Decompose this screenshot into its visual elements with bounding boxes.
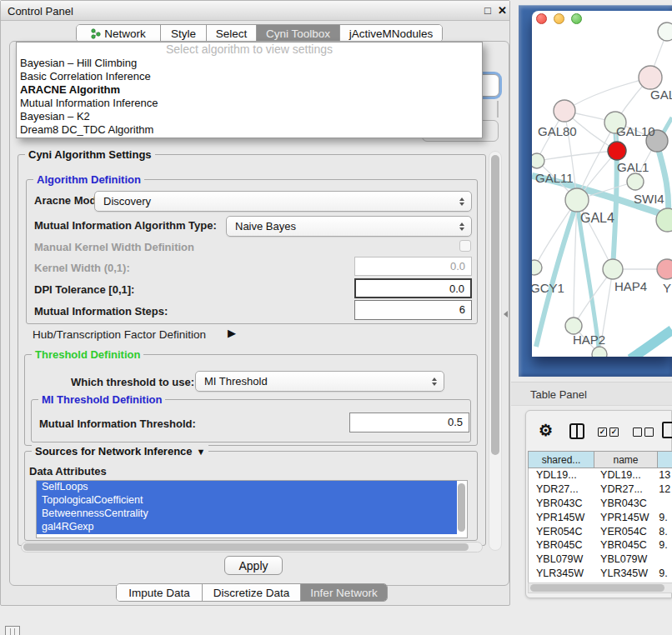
node-hap2[interactable]: [565, 318, 582, 334]
float-window-icon[interactable]: □: [484, 4, 491, 17]
node-bottom[interactable]: [592, 347, 607, 357]
dropdown-item-mutual-information[interactable]: Mutual Information Inference: [17, 97, 482, 110]
network-view-frame[interactable]: GAL GAL80 GAL10 GAL1 GAL11 SWI4 GAL4 GCY…: [519, 5, 672, 377]
columns-icon[interactable]: [569, 423, 584, 439]
table-header-row: shared... name: [528, 451, 672, 468]
tab-select[interactable]: Select: [206, 25, 256, 42]
node-gal4[interactable]: [565, 188, 589, 212]
node-gcy1[interactable]: [532, 260, 542, 275]
control-panel-window: Control Panel □ ✕ Network Style Select C…: [0, 0, 510, 606]
mi-algorithm-type-label: Mutual Information Algorithm Type:: [34, 219, 217, 232]
network-canvas[interactable]: GAL GAL80 GAL10 GAL1 GAL11 SWI4 GAL4 GCY…: [532, 11, 672, 357]
settings-hscrollbar[interactable]: [21, 542, 483, 552]
which-threshold-combo[interactable]: MI Threshold: [195, 371, 444, 392]
tab-jactivemnodules[interactable]: jActiveMNodules: [339, 25, 442, 42]
tab-network-label: Network: [104, 28, 146, 40]
manual-kernel-width-label: Manual Kernel Width Definition: [34, 241, 194, 253]
cyni-algorithm-settings-title: Cyni Algorithm Settings: [25, 148, 155, 161]
apply-button[interactable]: Apply: [224, 556, 283, 575]
label-gcy1: GCY1: [532, 281, 564, 295]
label-gal80: GAL80: [538, 124, 577, 138]
mi-algorithm-type-value: Naive Bayes: [235, 220, 296, 232]
table-row: YDR27...YDR27...12: [529, 482, 672, 497]
tab-cyni-toolbox[interactable]: Cyni Toolbox: [256, 25, 339, 42]
combo-arrows-icon: [459, 198, 464, 206]
label-hap2: HAP2: [573, 332, 605, 347]
node-labels: GAL GAL80 GAL10 GAL1 GAL11 SWI4 GAL4 GCY…: [532, 88, 672, 347]
deselect-box-icon[interactable]: [633, 428, 642, 437]
label-hap4: HAP4: [614, 279, 647, 293]
close-icon[interactable]: ✕: [498, 4, 507, 17]
table-row: YLR345WYLR345W9.: [529, 567, 672, 581]
sources-collapse-arrow-icon[interactable]: ▼: [197, 447, 206, 457]
kernel-width-label: Kernel Width (0,1):: [34, 262, 130, 274]
network-window: GAL GAL80 GAL10 GAL1 GAL11 SWI4 GAL4 GCY…: [532, 11, 672, 357]
node-swi4[interactable]: [627, 173, 644, 190]
node-top-partial[interactable]: [658, 22, 672, 41]
list-item-gal4rgexp[interactable]: gal4RGexp: [37, 521, 457, 534]
combo-arrows-icon: [432, 378, 437, 386]
node-y-partial[interactable]: [657, 259, 672, 279]
mi-steps-label: Mutual Information Steps:: [34, 305, 168, 318]
dropdown-item-bayesian-k2[interactable]: Bayesian – K2: [17, 110, 482, 123]
manual-kernel-width-checkbox[interactable]: [459, 240, 471, 252]
column-header-name[interactable]: name: [594, 452, 658, 468]
tab-impute-data[interactable]: Impute Data: [117, 584, 202, 601]
mi-steps-field[interactable]: 6: [354, 300, 472, 320]
table-row: YER054CYER054C8.: [529, 524, 672, 538]
column-header-shared-name[interactable]: shared...: [529, 452, 594, 468]
data-attributes-list[interactable]: SelfLoops TopologicalCoefficient Between…: [36, 480, 468, 538]
settings-hscrollbar-thumb[interactable]: [23, 543, 469, 551]
settings-vscrollbar-thumb[interactable]: [491, 155, 499, 455]
dropdown-item-bayesian-hill[interactable]: Bayesian – Hill Climbing: [17, 57, 482, 70]
list-item-betweennesscentrality[interactable]: BetweennessCentrality: [37, 508, 457, 521]
node-hap4[interactable]: [603, 259, 623, 279]
dropdown-item-basic-correlation[interactable]: Basic Correlation Inference: [17, 70, 482, 83]
dpi-tolerance-field[interactable]: 0.0: [354, 278, 472, 298]
node-gal1[interactable]: [608, 142, 626, 160]
label-gal4: GAL4: [580, 211, 614, 225]
list-item-selfloops[interactable]: SelfLoops: [37, 481, 457, 494]
table-panel-titlebar: Table Panel: [511, 382, 672, 406]
select-all-check-icon[interactable]: ✓: [598, 428, 607, 437]
mi-threshold-definition-title: MI Threshold Definition: [38, 393, 165, 406]
data-attributes-label: Data Attributes: [29, 465, 107, 478]
list-item-topologicalcoefficient[interactable]: TopologicalCoefficient: [37, 494, 457, 508]
tab-network[interactable]: Network: [77, 25, 160, 42]
settings-vscrollbar[interactable]: [489, 151, 502, 551]
hidden-group-edge: [497, 101, 499, 118]
table-body[interactable]: YDL19...YDL19...13 YDR27...YDR27...12 YB…: [528, 468, 672, 582]
mi-algorithm-type-combo[interactable]: Naive Bayes: [226, 216, 472, 237]
table-panel: ⚙ ✓ ✓ shared... name YDL19...YDL19...13 …: [525, 410, 672, 598]
list-scrollbar-thumb[interactable]: [458, 483, 465, 532]
mi-threshold-field[interactable]: 0.5: [349, 412, 469, 432]
kernel-width-field[interactable]: 0.0: [354, 257, 472, 276]
export-table-icon[interactable]: [662, 422, 672, 438]
table-row: YBL079WYBL079W: [529, 552, 672, 567]
dropdown-item-aracne[interactable]: ARACNE Algorithm: [17, 83, 482, 97]
deselect-box2-icon[interactable]: [644, 428, 654, 437]
table-hscrollbar-thumb[interactable]: [530, 584, 664, 592]
algorithm-dropdown-popup: Select algorithm to view settings Bayesi…: [16, 42, 483, 138]
dropdown-item-dream8[interactable]: Dream8 DC_TDC Algorithm: [17, 123, 482, 137]
hub-section-label: Hub/Transcription Factor Definition: [33, 328, 206, 341]
splitpane-collapse-arrow[interactable]: [504, 311, 508, 318]
tab-infer-network[interactable]: Infer Network: [300, 584, 387, 601]
gear-icon[interactable]: ⚙: [539, 421, 553, 440]
aracne-mode-value: Discovery: [103, 195, 151, 208]
table-row: YBR045CYBR045C9.: [529, 538, 672, 552]
select-all-check2-icon[interactable]: ✓: [609, 428, 619, 437]
hub-expand-arrow-icon[interactable]: ▶: [228, 327, 236, 339]
node-gal7[interactable]: [639, 66, 662, 89]
control-panel-title: Control Panel: [8, 5, 73, 18]
combo-arrows-icon: [459, 222, 464, 231]
column-header-partial[interactable]: [658, 452, 672, 468]
node-gal11[interactable]: [532, 153, 544, 168]
which-threshold-label: Which threshold to use:: [71, 376, 194, 388]
tab-discretize-data[interactable]: Discretize Data: [202, 584, 300, 601]
minimized-panel-icon[interactable]: [5, 626, 20, 635]
aracne-mode-combo[interactable]: Discovery: [94, 191, 472, 212]
table-hscrollbar[interactable]: [528, 582, 672, 593]
tab-style[interactable]: Style: [160, 25, 206, 42]
node-gal80[interactable]: [554, 100, 575, 122]
